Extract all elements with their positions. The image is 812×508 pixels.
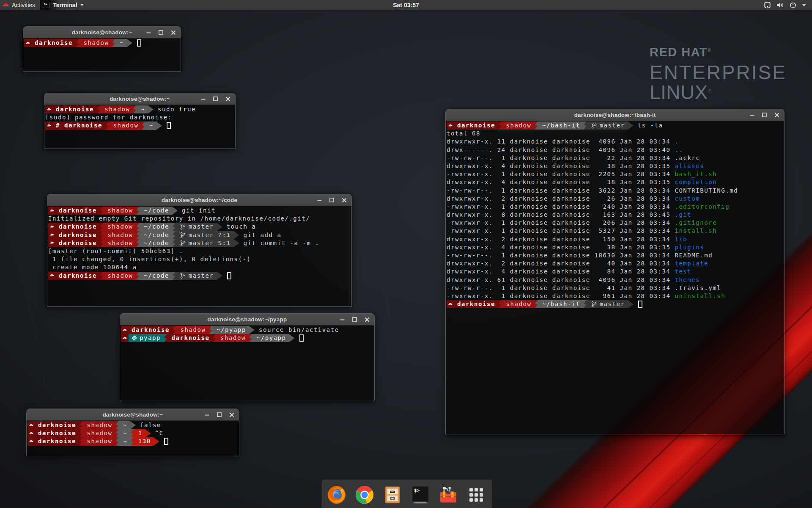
redhat-prompt-icon <box>49 208 55 213</box>
close-button[interactable] <box>361 314 373 325</box>
terminal-content[interactable]: darknoiseshadow~ <box>23 39 181 71</box>
prompt-segment-cwd: ~/bash-it <box>539 300 583 308</box>
terminal-content[interactable]: darknoiseshadow~sudo true[sudo] password… <box>44 105 235 148</box>
terminal-output-line: -rwxrwxr-x. 1 darknoise darknoise 206 Ja… <box>447 219 784 227</box>
terminal-output-line: drwxrwxr-x. 61 darknoise darknoise 4096 … <box>447 276 784 284</box>
prompt-segment-cwd: ~/code <box>141 272 172 280</box>
file-name: CONTRIBUTING.md <box>675 187 738 195</box>
terminal-content[interactable]: darknoiseshadow~/pyappsource bin/activat… <box>120 326 374 400</box>
terminal-window-sudo: darknoise@shadow:~darknoiseshadow~sudo t… <box>44 93 236 149</box>
minimize-button[interactable] <box>313 194 326 206</box>
prompt-segment-cwd: ~ <box>117 39 127 47</box>
prompt-segment-user: darknoise <box>454 121 498 130</box>
terminal-icon-glyph: $> <box>414 488 420 493</box>
prompt-segment-user: darknoise <box>56 239 100 247</box>
maximize-button[interactable] <box>213 409 225 420</box>
powerline-arrow <box>156 121 162 130</box>
prompt-segment-user: darknoise <box>454 300 498 308</box>
minimize-icon <box>340 317 345 322</box>
maximize-button[interactable] <box>155 27 167 38</box>
close-button[interactable] <box>167 27 179 38</box>
output-text: drwxrwxr-x. 4 darknoise darknoise 84 Jan… <box>447 268 675 276</box>
maximize-icon <box>217 412 222 417</box>
powerline-arrow <box>234 231 239 239</box>
dock-item-toolbox[interactable] <box>438 485 458 505</box>
prompt-redhat-icon-segment <box>27 437 35 445</box>
prompt-segment-host: shadow <box>178 326 209 334</box>
titlebar[interactable]: darknoise@shadow:~/pyapp <box>120 314 374 326</box>
powerline-separator <box>112 39 117 47</box>
dock-item-files[interactable] <box>382 485 403 505</box>
dock-item-terminal[interactable]: $> <box>410 485 431 505</box>
terminal-prompt-line: # darknoiseshadow~ <box>45 121 235 130</box>
file-name: .git <box>675 211 691 219</box>
prompt-segment-host: shadow <box>105 223 136 231</box>
minimize-button[interactable] <box>746 109 758 121</box>
output-text: create mode 100644 a <box>48 263 137 271</box>
terminal-window-home-1: darknoise@shadow:~darknoiseshadow~ <box>23 26 181 72</box>
maximize-button[interactable] <box>209 93 222 105</box>
dock-item-chrome[interactable] <box>354 485 375 505</box>
terminal-output-line: total 68 <box>447 130 784 138</box>
close-button[interactable] <box>771 109 783 121</box>
minimize-button[interactable] <box>143 27 155 38</box>
prompt-segment-cwd: ~ <box>138 105 148 113</box>
git-branch-icon <box>180 240 186 246</box>
terminal-content[interactable]: darknoiseshadow~/codegit initInitialized… <box>47 206 351 306</box>
prompt-segment-user: darknoise <box>56 207 100 215</box>
prompt-segment-exit: 130 <box>135 437 154 445</box>
files-icon <box>382 485 403 505</box>
terminal-output-line: Initialized empty Git repository in /hom… <box>48 215 351 223</box>
powerline-separator <box>105 121 110 130</box>
typed-command: sudo true <box>154 105 196 113</box>
output-text: drwxrwxr-x. 4 darknoise darknoise 38 Jan… <box>447 178 675 186</box>
file-name: completion <box>675 178 717 186</box>
system-status-area[interactable] <box>764 1 812 8</box>
minimize-button[interactable] <box>201 409 213 420</box>
powerline-arrow <box>628 300 634 308</box>
titlebar[interactable]: darknoise@shadow:~ <box>44 93 235 105</box>
redhat-prompt-icon <box>448 302 453 307</box>
powerline-separator <box>583 300 588 308</box>
output-text: -rw-rw-r--. 1 darknoise darknoise 18630 … <box>447 251 675 260</box>
gnome-top-bar: Activities $> Terminal Sat 03:57 <box>0 0 812 10</box>
typed-command: touch a <box>222 223 256 231</box>
close-button[interactable] <box>338 194 350 206</box>
minimize-button[interactable] <box>336 314 348 325</box>
prompt-segment-user: darknoise <box>35 421 79 429</box>
close-button[interactable] <box>225 409 238 420</box>
prompt-segment-host: shadow <box>503 300 535 308</box>
powerline-separator <box>498 121 503 130</box>
powerline-arrow <box>234 239 239 247</box>
maximize-button[interactable] <box>326 194 338 206</box>
terminal-content[interactable]: darknoiseshadow~falsedarknoiseshadow~1^C… <box>27 421 239 456</box>
titlebar[interactable]: darknoise@shadow:~ <box>27 409 239 421</box>
output-text: drwxrwxr-x. 4 darknoise darknoise 38 Jan… <box>447 162 675 170</box>
dock-item-firefox[interactable] <box>326 485 347 505</box>
dock-item-app-grid[interactable] <box>466 485 486 505</box>
terminal-output-line: -rwxrwxr-x. 1 darknoise darknoise 5327 J… <box>447 227 784 235</box>
output-text: -rw-rw-r--. 1 darknoise darknoise 22 Jan… <box>447 154 675 162</box>
titlebar[interactable]: darknoise@shadow:~/code <box>47 194 351 206</box>
clock[interactable]: Sat 03:57 <box>0 2 812 8</box>
minimize-button[interactable] <box>197 93 209 105</box>
terminal-output-line: drwxrwxr-x. 8 darknoise darknoise 163 Ja… <box>447 211 784 219</box>
window-title: darknoise@shadow:~ <box>71 29 132 36</box>
terminal-content[interactable]: darknoiseshadow~/bash-itmasterls -latota… <box>446 121 784 434</box>
prompt-redhat-icon-segment <box>45 121 53 130</box>
powerline-arrow <box>154 437 159 445</box>
maximize-button[interactable] <box>348 314 361 325</box>
titlebar[interactable]: darknoise@shadow:~ <box>23 27 181 39</box>
output-text: -rwxrwxr-x. 1 darknoise darknoise 961 Ja… <box>447 292 675 300</box>
minimize-icon <box>146 30 151 35</box>
powerline-arrow <box>172 207 178 215</box>
typed-command: git init <box>178 207 216 215</box>
window-buttons <box>313 194 350 206</box>
activities-button[interactable]: Activities <box>0 0 40 10</box>
app-menu-terminal[interactable]: $> Terminal <box>40 0 89 10</box>
powerline-separator <box>534 121 540 130</box>
close-button[interactable] <box>222 93 234 105</box>
titlebar[interactable]: darknoise@shadow:~/bash-it <box>446 109 784 121</box>
redhat-prompt-icon <box>29 423 34 428</box>
maximize-button[interactable] <box>758 109 771 121</box>
